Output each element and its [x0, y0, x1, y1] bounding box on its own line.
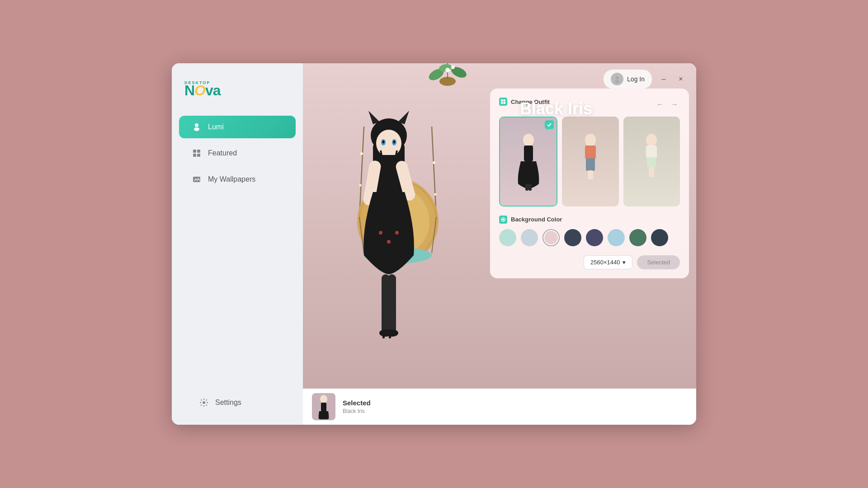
color-dot-2[interactable] [521, 229, 538, 246]
app-window: DESKTOP NOva Lumi [172, 63, 696, 425]
outfit-section-icon [499, 98, 507, 106]
main-content: Log In – × [303, 63, 696, 425]
svg-rect-55 [501, 99, 503, 102]
settings-icon [199, 398, 209, 408]
bg-color-title: Background Color [499, 216, 680, 224]
svg-rect-4 [193, 154, 196, 157]
svg-point-46 [379, 231, 382, 235]
sidebar-item-lumi[interactable]: Lumi [179, 116, 296, 138]
svg-point-47 [387, 240, 391, 244]
svg-point-0 [195, 123, 198, 127]
close-button[interactable]: × [675, 73, 687, 85]
chevron-down-icon: ▾ [623, 259, 626, 266]
settings-label: Settings [215, 399, 241, 407]
selected-thumbnail [312, 393, 335, 420]
svg-rect-50 [388, 274, 396, 333]
color-dot-7[interactable] [629, 229, 646, 246]
sidebar-item-my-wallpapers[interactable]: My Wallpapers [179, 168, 296, 191]
sidebar-item-featured[interactable]: Featured [179, 142, 296, 164]
svg-rect-53 [382, 332, 385, 338]
svg-rect-76 [321, 403, 326, 412]
svg-point-63 [585, 134, 596, 146]
selected-label: Selected [343, 399, 371, 407]
svg-rect-70 [647, 157, 656, 167]
svg-rect-60 [524, 145, 533, 161]
lumi-icon [192, 122, 202, 132]
header-bar: Log In – × [594, 63, 696, 95]
svg-point-75 [320, 395, 327, 403]
svg-point-22 [434, 193, 437, 196]
svg-rect-2 [193, 150, 196, 153]
svg-rect-69 [646, 145, 657, 158]
svg-rect-65 [586, 158, 595, 171]
selected-sub: Black Iris [343, 408, 371, 414]
bg-section-icon [499, 216, 507, 224]
svg-point-9 [615, 80, 620, 83]
scene-area: Black Iris Change Ou [303, 63, 696, 389]
my-wallpapers-icon [192, 174, 202, 184]
svg-rect-54 [389, 332, 391, 338]
featured-icon [192, 148, 202, 158]
outfit-prev-button[interactable]: ← [655, 99, 665, 110]
svg-rect-56 [504, 99, 506, 102]
svg-rect-5 [197, 154, 200, 157]
background-color-section: Background Color [499, 216, 680, 246]
svg-rect-64 [585, 145, 596, 159]
svg-rect-41 [377, 158, 400, 194]
svg-rect-57 [501, 102, 503, 104]
login-label: Log In [627, 75, 645, 83]
svg-point-16 [451, 66, 455, 69]
svg-point-39 [393, 141, 396, 144]
outfit-card-2[interactable] [562, 117, 618, 206]
svg-point-52 [386, 329, 398, 337]
svg-point-15 [445, 68, 450, 72]
svg-rect-61 [525, 184, 528, 191]
logo: DESKTOP NOva [172, 72, 303, 114]
svg-rect-72 [651, 167, 654, 177]
outfit-figure-2 [562, 117, 618, 206]
selected-button[interactable]: Selected [637, 255, 680, 269]
color-dot-5[interactable] [586, 229, 603, 246]
outfit-next-button[interactable]: → [669, 99, 680, 110]
svg-point-8 [615, 76, 618, 80]
avatar [611, 73, 623, 85]
color-dot-8[interactable] [651, 229, 668, 246]
sidebar-wallpapers-label: My Wallpapers [208, 175, 255, 183]
login-button[interactable]: Log In [604, 70, 652, 89]
sidebar-item-settings[interactable]: Settings [186, 391, 288, 414]
svg-point-35 [376, 130, 401, 157]
svg-point-74 [502, 219, 504, 221]
svg-point-20 [433, 161, 435, 164]
sidebar: DESKTOP NOva Lumi [172, 63, 303, 425]
selected-info: Selected Black Iris [343, 399, 371, 414]
svg-rect-67 [590, 170, 593, 179]
outfit-figure-1 [500, 117, 557, 206]
sidebar-lumi-label: Lumi [208, 123, 224, 131]
logo-main: NOva [184, 83, 221, 98]
svg-point-68 [646, 134, 657, 146]
color-dot-4[interactable] [564, 229, 581, 246]
svg-point-7 [203, 401, 205, 404]
svg-rect-58 [504, 102, 506, 104]
svg-point-48 [395, 231, 399, 235]
color-dot-6[interactable] [608, 229, 625, 246]
svg-point-38 [382, 141, 385, 144]
color-row [499, 229, 680, 246]
outfit-card-1[interactable] [499, 117, 557, 206]
minimize-button[interactable]: – [657, 73, 670, 85]
color-dot-1[interactable] [499, 229, 516, 246]
sidebar-featured-label: Featured [208, 149, 237, 157]
panel-bottom-controls: 2560×1440 ▾ Selected [499, 255, 680, 269]
color-dot-3[interactable] [542, 229, 560, 246]
outfit-selected-badge [545, 120, 554, 129]
window-controls: – × [657, 73, 687, 85]
svg-point-1 [194, 127, 199, 131]
svg-rect-3 [197, 150, 200, 153]
outfit-arrows: ← → [655, 99, 680, 110]
svg-point-59 [523, 134, 534, 146]
resolution-select[interactable]: 2560×1440 ▾ [584, 255, 632, 269]
bottom-bar: Selected Black Iris [303, 389, 696, 425]
outfit-card-3[interactable] [623, 117, 680, 206]
character [348, 102, 429, 355]
svg-rect-62 [528, 184, 532, 191]
